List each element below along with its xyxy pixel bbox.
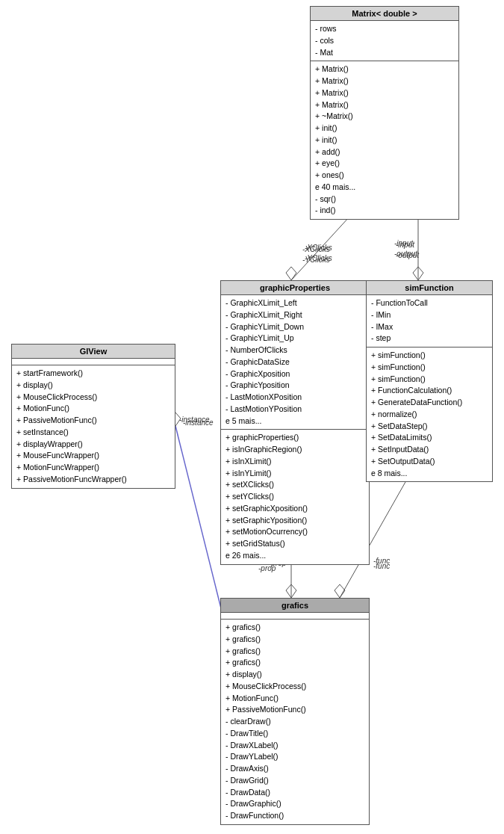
matrix-method-1: + Matrix() bbox=[315, 75, 454, 87]
svg-marker-1 bbox=[286, 267, 296, 280]
sf-attr-2: - IMax bbox=[371, 321, 488, 333]
sf-attr-1: - IMin bbox=[371, 309, 488, 321]
matrix-method-11: - sqr() bbox=[315, 194, 454, 206]
matrix-attr-0: - rows bbox=[315, 23, 454, 35]
sf-method-9: + SetOutputData() bbox=[371, 456, 488, 468]
matrix-method-0: + Matrix() bbox=[315, 64, 454, 75]
gp-method-10: e 26 mais... bbox=[225, 550, 364, 562]
matrix-method-5: + init() bbox=[315, 123, 454, 135]
gr-method-6: + MotionFunc() bbox=[225, 693, 364, 705]
matrix-attr-2: - Mat bbox=[315, 47, 454, 59]
glv-method-0: + startFramework() bbox=[16, 368, 170, 380]
matrix-attributes-section: - rows - cols - Mat bbox=[311, 21, 458, 61]
gr-method-11: - DrawYLabel() bbox=[225, 751, 364, 763]
gr-method-1: + grafics() bbox=[225, 634, 364, 646]
sim-function-methods-section: + simFunction() + simFunction() + simFun… bbox=[367, 347, 492, 481]
gr-method-8: - clearDraw() bbox=[225, 716, 364, 728]
gr-method-16: - DrawFunction() bbox=[225, 810, 364, 822]
gr-method-15: - DrawGraphic() bbox=[225, 798, 364, 810]
grafics-empty-section bbox=[221, 613, 369, 619]
diagram-container: -XClicks -YClicks -input -output -instan… bbox=[0, 0, 504, 834]
gp-method-9: + setGridStatus() bbox=[225, 538, 364, 550]
gp-method-4: + setXClicks() bbox=[225, 479, 364, 491]
graphic-properties-class-box: graphicProperties - GraphicXLimit_Left -… bbox=[220, 280, 370, 565]
matrix-methods-section: + Matrix() + Matrix() + Matrix() + Matri… bbox=[311, 61, 458, 219]
gr-method-12: - DrawAxis() bbox=[225, 763, 364, 775]
sf-method-8: + SetInputData() bbox=[371, 444, 488, 456]
yclicks-label-text: -YClicks bbox=[305, 254, 332, 262]
gp-attr-6: - GraphicXposition bbox=[225, 368, 364, 380]
matrix-method-6: + init() bbox=[315, 135, 454, 146]
glv-method-8: + MotionFuncWrapper() bbox=[16, 462, 170, 474]
grafics-methods-section: + grafics() + grafics() + grafics() + gr… bbox=[221, 619, 369, 824]
matrix-method-8: + eye() bbox=[315, 158, 454, 170]
gr-method-14: - DrawData() bbox=[225, 787, 364, 799]
graphic-properties-class-header: graphicProperties bbox=[221, 281, 369, 295]
sf-method-4: + GenerateDataFunction() bbox=[371, 397, 488, 409]
gp-method-7: + setGraphicYposition() bbox=[225, 515, 364, 527]
gr-method-10: - DrawXLabel() bbox=[225, 740, 364, 752]
grafics-class-header: grafics bbox=[221, 599, 369, 613]
matrix-method-3: + Matrix() bbox=[315, 99, 454, 111]
glv-method-9: + PassiveMotionFuncWrapper() bbox=[16, 474, 170, 486]
sim-function-class-box: simFunction - FunctionToCall - IMin - IM… bbox=[366, 280, 493, 482]
svg-marker-5 bbox=[286, 584, 296, 598]
svg-marker-3 bbox=[413, 267, 423, 280]
sf-method-10: e 8 mais... bbox=[371, 468, 488, 480]
input-label-text: -input bbox=[394, 239, 413, 247]
sim-function-attributes-section: - FunctionToCall - IMin - IMax - step bbox=[367, 295, 492, 347]
sf-attr-0: - FunctionToCall bbox=[371, 297, 488, 309]
gr-method-0: + grafics() bbox=[225, 622, 364, 634]
glview-methods-section: + startFramework() + display() + MouseCl… bbox=[12, 365, 175, 488]
graphic-properties-methods-section: + graphicProperties() + isInGraphicRegio… bbox=[221, 429, 369, 563]
glview-class-box: GlView + startFramework() + display() + … bbox=[11, 344, 175, 489]
gr-method-4: + display() bbox=[225, 669, 364, 681]
sf-method-3: + FunctionCalculation() bbox=[371, 385, 488, 397]
gp-attr-5: - GraphicDataSize bbox=[225, 356, 364, 368]
matrix-method-9: + ones() bbox=[315, 170, 454, 182]
gp-attr-4: - NumberOfClicks bbox=[225, 345, 364, 356]
gp-attr-7: - GraphicYposition bbox=[225, 380, 364, 392]
glv-method-1: + display() bbox=[16, 380, 170, 392]
glv-method-4: + PassiveMotionFunc() bbox=[16, 415, 170, 427]
gr-method-9: - DrawTitle() bbox=[225, 728, 364, 740]
grafics-class-box: grafics + grafics() + grafics() + grafic… bbox=[220, 598, 370, 825]
matrix-method-12: - ind() bbox=[315, 205, 454, 217]
matrix-method-7: + add() bbox=[315, 146, 454, 158]
matrix-method-4: + ~Matrix() bbox=[315, 111, 454, 123]
gp-method-0: + graphicProperties() bbox=[225, 432, 364, 444]
glv-method-5: + setInstance() bbox=[16, 427, 170, 439]
matrix-method-10: e 40 mais... bbox=[315, 182, 454, 194]
graphic-properties-attributes-section: - GraphicXLimit_Left - GraphicXLimit_Rig… bbox=[221, 295, 369, 429]
glv-method-6: + displayWrapper() bbox=[16, 439, 170, 451]
gp-attr-10: e 5 mais... bbox=[225, 416, 364, 427]
gp-attr-8: - LastMotionXPosition bbox=[225, 392, 364, 404]
gp-method-1: + isInGraphicRegion() bbox=[225, 444, 364, 456]
sim-function-class-header: simFunction bbox=[367, 281, 492, 295]
matrix-method-2: + Matrix() bbox=[315, 87, 454, 99]
gr-method-3: + grafics() bbox=[225, 657, 364, 669]
prop-label-text: -prop bbox=[258, 564, 276, 572]
gp-attr-3: - GraphicYLimit_Up bbox=[225, 333, 364, 345]
gr-method-7: + PassiveMotionFunc() bbox=[225, 704, 364, 716]
sf-method-1: + simFunction() bbox=[371, 362, 488, 374]
xclicks-label-text: -XClicks bbox=[305, 244, 332, 252]
sf-method-7: + SetDataLimits() bbox=[371, 432, 488, 444]
func-label-text: -func bbox=[373, 562, 390, 570]
sf-attr-3: - step bbox=[371, 333, 488, 345]
glview-empty-section bbox=[12, 359, 175, 365]
glv-method-2: + MouseClickProcess() bbox=[16, 392, 170, 404]
instance-label-text: -instance bbox=[179, 416, 210, 424]
gp-method-5: + setYClicks() bbox=[225, 491, 364, 503]
matrix-attr-1: - cols bbox=[315, 35, 454, 47]
gp-attr-1: - GraphicXLimit_Right bbox=[225, 309, 364, 321]
sf-method-5: + normalize() bbox=[371, 409, 488, 421]
sf-method-2: + simFunction() bbox=[371, 374, 488, 386]
gp-attr-9: - LastMotionYPosition bbox=[225, 404, 364, 416]
output-label-text: -output bbox=[394, 250, 417, 258]
sf-method-0: + simFunction() bbox=[371, 350, 488, 362]
matrix-class-header: Matrix< double > bbox=[311, 7, 458, 21]
matrix-class-box: Matrix< double > - rows - cols - Mat + M… bbox=[310, 6, 459, 220]
gp-attr-0: - GraphicXLimit_Left bbox=[225, 297, 364, 309]
sf-method-6: + SetDataStep() bbox=[371, 421, 488, 433]
